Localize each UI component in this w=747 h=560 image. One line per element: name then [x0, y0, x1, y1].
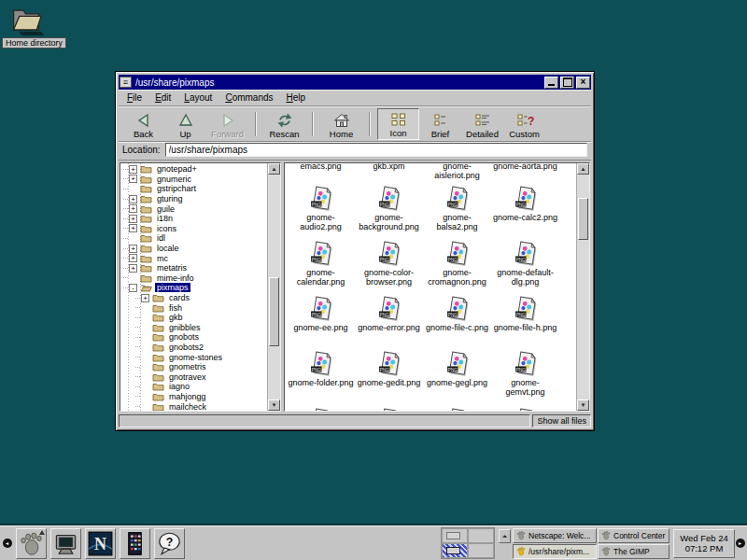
file-gnome-gedit.png[interactable]: PNGgnome-gedit.png — [355, 346, 423, 401]
tree-expander-icon[interactable]: + — [129, 215, 137, 223]
tree-scrollbar[interactable] — [267, 163, 280, 411]
tree-item-mc[interactable]: +mc — [120, 253, 267, 263]
window-menu-icon[interactable] — [120, 77, 132, 88]
tree-expander-icon[interactable]: + — [129, 204, 137, 213]
file-gnome-folder.png[interactable]: PNGgnome-folder.png — [287, 346, 355, 401]
file-gnome-file-c.png[interactable]: PNGgnome-file-c.png — [423, 291, 491, 346]
back-button[interactable]: Back — [122, 108, 164, 140]
tree-item-gkb[interactable]: gkb — [120, 313, 267, 323]
up-button[interactable]: Up — [164, 108, 206, 140]
scroll-down-icon[interactable] — [577, 399, 589, 411]
tree-item-i18n[interactable]: +i18n — [120, 214, 267, 224]
file-gnome-color-browser.png[interactable]: PNGgnome-color-browser.png — [355, 236, 423, 291]
tree-expander-icon[interactable]: - — [129, 284, 137, 292]
tree-item-iagno[interactable]: iagno — [120, 382, 267, 392]
files-scrollbar-thumb[interactable] — [578, 198, 588, 240]
tree-item-gturing[interactable]: +gturing — [120, 194, 267, 204]
launcher-keypad[interactable] — [120, 528, 150, 559]
task-button[interactable]: /usr/share/pixm... — [513, 544, 597, 559]
file-gnome-cromagnon.png[interactable]: PNGgnome-cromagnon.png — [423, 236, 491, 291]
task-button[interactable]: The GIMP — [598, 544, 669, 559]
maximize-button[interactable] — [560, 77, 574, 89]
launcher-help[interactable]: ? — [154, 528, 185, 559]
tree-item-mailcheck[interactable]: mailcheck — [120, 401, 267, 411]
file-gnome-file-h.png[interactable]: PNGgnome-file-h.png — [491, 291, 559, 346]
file-gnome-calendar.png[interactable]: PNGgnome-calendar.png — [287, 236, 355, 291]
close-button[interactable] — [576, 77, 590, 89]
tree-item-mime-info[interactable]: mime-info — [120, 273, 267, 284]
tree-item-gnotravex[interactable]: gnotravex — [120, 371, 267, 382]
panel-hide-right-button[interactable] — [735, 528, 745, 559]
tree-item-gnibbles[interactable]: gnibbles — [120, 323, 267, 333]
tree-item-gnometris[interactable]: gnometris — [120, 362, 267, 372]
home-directory-desktop-icon[interactable]: Home directory — [2, 4, 66, 49]
workspace-4[interactable] — [468, 543, 494, 558]
tree-item-guile[interactable]: +guile — [120, 203, 267, 214]
tree-item-gnotepad+[interactable]: +gnotepad+ — [120, 164, 267, 175]
file-gnome-default-dlg.png[interactable]: PNGgnome-default-dlg.png — [491, 236, 559, 291]
workspace-1[interactable] — [442, 528, 468, 543]
clock-applet[interactable]: Wed Feb 24 07:12 PM — [673, 529, 735, 558]
file-gnome-calc2.png[interactable]: PNGgnome-calc2.png — [491, 181, 559, 236]
file-gnome-ee.png[interactable]: PNGgnome-ee.png — [287, 291, 355, 346]
tree-expander-icon[interactable]: + — [141, 294, 149, 302]
file-gnome-gegl.png[interactable]: PNGgnome-gegl.png — [423, 346, 491, 401]
workspace-3-active[interactable] — [442, 543, 468, 558]
tree-item-icons[interactable]: +icons — [120, 224, 267, 234]
home-button[interactable]: Home — [320, 108, 362, 140]
file-gkb.xpm[interactable]: gkb.xpm — [355, 163, 423, 181]
custom-button[interactable]: ?Custom — [503, 108, 545, 140]
tree-item-pixmaps[interactable]: -pixmaps — [120, 283, 267, 293]
workspace-2[interactable] — [468, 528, 494, 543]
tree-expander-icon[interactable]: + — [129, 165, 137, 174]
tree-expander-icon[interactable]: + — [129, 264, 137, 273]
panel-hide-left-button[interactable] — [2, 528, 12, 559]
launcher-main-menu[interactable] — [16, 528, 47, 559]
file-gnome-aisleriot.png[interactable]: gnome-aisleriot.png — [423, 163, 491, 181]
file-emacs.png[interactable]: emacs.png — [287, 163, 355, 181]
launcher-terminal[interactable] — [50, 528, 81, 559]
tree-item-metatris[interactable]: +metatris — [120, 263, 267, 273]
tree-item-cards[interactable]: +cards — [120, 293, 267, 303]
tree-item-gnobots[interactable]: gnobots — [120, 332, 267, 343]
show-all-files-indicator[interactable]: Show all files — [532, 414, 591, 427]
tree-expander-icon[interactable]: + — [129, 245, 137, 253]
task-button[interactable]: Control Center — [598, 528, 669, 543]
tasklist-arrow-button[interactable] — [499, 529, 511, 543]
tree-scrollbar-thumb[interactable] — [269, 277, 279, 346]
tree-item-gstripchart[interactable]: gstripchart — [120, 184, 267, 194]
tree-item-mahjongg[interactable]: mahjongg — [120, 392, 267, 402]
tree-item-gnobots2[interactable]: gnobots2 — [120, 343, 267, 353]
task-button[interactable]: Netscape: Welc... — [513, 528, 597, 543]
file-gnome-aorta.png[interactable]: gnome-aorta.png — [491, 163, 559, 181]
tree-item-idl[interactable]: idl — [120, 233, 267, 244]
file-partial[interactable]: PNG — [287, 401, 355, 411]
tree-item-fish[interactable]: fish — [120, 302, 267, 313]
location-input[interactable] — [165, 143, 587, 157]
menu-edit[interactable]: Edit — [150, 91, 179, 105]
file-partial[interactable]: PNG — [423, 401, 491, 411]
launcher-netscape[interactable]: N — [85, 528, 116, 559]
scroll-down-icon[interactable] — [268, 399, 280, 411]
file-gnome-balsa2.png[interactable]: PNGgnome-balsa2.png — [423, 181, 491, 236]
rescan-button[interactable]: Rescan — [263, 108, 305, 140]
file-gnome-error.png[interactable]: PNGgnome-error.png — [355, 291, 423, 346]
tree-expander-icon[interactable]: + — [129, 195, 137, 203]
file-gnome-gemvt.png[interactable]: PNGgnome-gemvt.png — [491, 346, 559, 401]
tree-expander-icon[interactable]: + — [129, 224, 137, 232]
titlebar[interactable]: /usr/share/pixmaps — [119, 75, 591, 90]
menu-file[interactable]: File — [122, 91, 150, 105]
tree-expander-icon[interactable]: + — [129, 254, 137, 262]
brief-button[interactable]: Brief — [419, 108, 461, 140]
file-gnome-background.png[interactable]: PNGgnome-background.png — [355, 181, 423, 236]
file-gnome-audio2.png[interactable]: PNGgnome-audio2.png — [287, 181, 355, 236]
detailed-button[interactable]: Detailed — [461, 108, 503, 140]
menu-help[interactable]: Help — [282, 91, 315, 105]
files-scrollbar[interactable] — [576, 163, 589, 411]
scroll-up-icon[interactable] — [577, 163, 589, 175]
tree-item-locale[interactable]: +locale — [120, 244, 267, 254]
tree-item-gnome-stones[interactable]: gnome-stones — [120, 352, 267, 362]
icon-button[interactable]: Icon — [377, 108, 419, 140]
minimize-button[interactable] — [544, 77, 558, 89]
menu-layout[interactable]: Layout — [179, 91, 220, 105]
